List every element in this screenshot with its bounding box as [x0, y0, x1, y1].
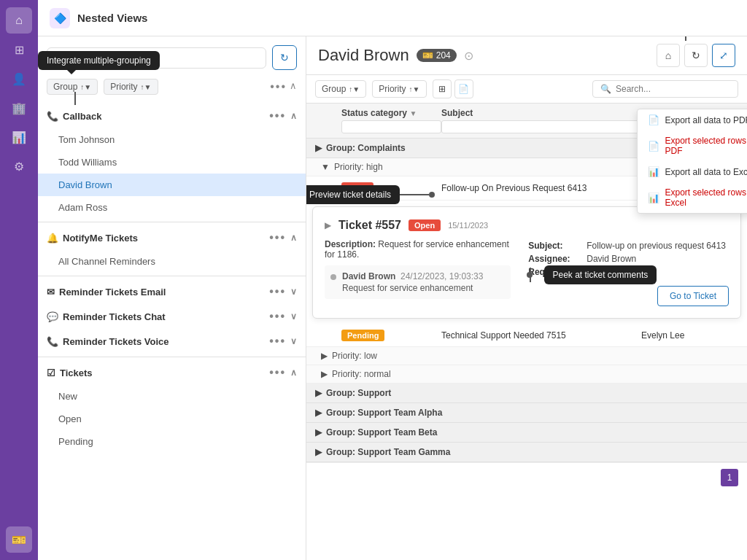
- group-filter-button[interactable]: Group ↑▼: [47, 79, 98, 95]
- comment-content: David Brown 24/12/2023, 19:03:33 Request…: [342, 271, 483, 293]
- export-pdf-sel-icon: 📄: [648, 141, 659, 152]
- main-search-box[interactable]: 🔍: [592, 80, 738, 98]
- subject-search-input[interactable]: [446, 122, 636, 131]
- main-search-input[interactable]: [616, 84, 730, 94]
- notifyme-icon: 🔔: [47, 233, 58, 244]
- main-search-icon: 🔍: [600, 84, 611, 94]
- peek-tooltip: Peek at ticket comments: [544, 265, 657, 284]
- preview-status-badge: Open: [409, 219, 441, 231]
- section-reminder-chat[interactable]: 💬 Reminder Tickets Chat ••• ∨: [38, 304, 306, 329]
- export-pdf-button[interactable]: 📄: [454, 79, 473, 98]
- export-all-pdf-item[interactable]: 📄 Export all data to PDF: [638, 109, 747, 131]
- priority-sort-icon: ↑▼: [141, 83, 152, 91]
- tickets-collapse-icon[interactable]: ∧: [290, 368, 297, 378]
- refresh-main-button[interactable]: ↻: [684, 44, 708, 67]
- reminder-email-icon: ✉: [47, 287, 55, 298]
- notifyme-more-button[interactable]: •••: [269, 231, 286, 244]
- grouping-toolbar: Integrate multiple-grouping Group ↑▼ Pri…: [38, 76, 306, 101]
- group-support-gamma[interactable]: ▶ Group: Support Team Gamma: [306, 443, 747, 462]
- sidebar-item-all-channel[interactable]: All Channel Reminders: [38, 250, 306, 273]
- sidebar-item-tom-johnson[interactable]: Tom Johnson: [38, 128, 306, 151]
- group-support-beta[interactable]: ▶ Group: Support Team Beta: [306, 423, 747, 443]
- page-number[interactable]: 1: [721, 469, 738, 486]
- reminder-voice-more-button[interactable]: •••: [269, 335, 286, 348]
- nav-gear-icon[interactable]: ⚙: [6, 153, 32, 179]
- reminder-voice-collapse-icon[interactable]: ∨: [290, 336, 297, 346]
- nav-grid-icon[interactable]: ⊞: [6, 36, 32, 63]
- list-toolbar: Group ↑▼ Priority ↑▼ ⊞ 📄 📄: [306, 75, 747, 104]
- export-selected-pdf-label: Export selected rows to PDF: [665, 136, 747, 156]
- columns-button[interactable]: ⊞: [433, 79, 452, 98]
- sidebar-item-open[interactable]: Open: [38, 408, 306, 430]
- group-gamma-expand: ▶: [315, 447, 322, 457]
- priority-low-label: Priority: low: [332, 351, 377, 361]
- reminder-chat-label: Reminder Tickets Chat: [63, 311, 166, 322]
- reminder-chat-more-button[interactable]: •••: [269, 310, 286, 323]
- status-filter-icon[interactable]: ▼: [409, 109, 417, 117]
- preview-expand-icon: ▶: [325, 220, 331, 230]
- export-dropdown: 📄 Export all data to PDF 📄 Export select…: [637, 109, 747, 214]
- priority-filter-button[interactable]: Priority ↑▼: [104, 79, 158, 95]
- list-group-label: Group: [322, 84, 346, 94]
- sidebar-item-pending[interactable]: Pending: [38, 430, 306, 453]
- section-reminder-voice[interactable]: 📞 Reminder Tickets Voice ••• ∨: [38, 329, 306, 354]
- list-priority-button[interactable]: Priority ↑▼: [372, 80, 426, 98]
- priority-normal-row[interactable]: ▶ Priority: normal: [306, 365, 747, 384]
- table-row[interactable]: Pending Technical Support Needed 7515 Ev…: [306, 324, 747, 347]
- priority-low-expand: ▶: [321, 351, 328, 361]
- tickets-more-button[interactable]: •••: [269, 366, 286, 379]
- list-group-button[interactable]: Group ↑▼: [315, 80, 366, 98]
- download-button[interactable]: ⤢: [712, 44, 735, 67]
- reminder-chat-collapse-icon[interactable]: ∨: [290, 311, 297, 322]
- nav-chart-icon[interactable]: 📊: [6, 124, 32, 150]
- export-excel-icon: 📊: [648, 166, 659, 177]
- sidebar-item-adam-ross[interactable]: Adam Ross: [38, 196, 306, 219]
- export-selected-excel-item[interactable]: 📊 Export selected rows to Excel: [638, 182, 747, 213]
- group-support-label: Group: Support: [326, 388, 391, 398]
- nav-users-icon[interactable]: 👤: [6, 66, 32, 92]
- export-all-pdf-label: Export all data to PDF: [665, 115, 747, 125]
- priority-low-row[interactable]: ▶ Priority: low: [306, 347, 747, 365]
- section-reminder-email[interactable]: ✉ Reminder Tickets Email ••• ∨: [38, 279, 306, 304]
- nav-ticket-icon[interactable]: 🎫: [6, 526, 32, 553]
- status-col-search[interactable]: [341, 120, 441, 133]
- assignee-meta-label: Assignee:: [525, 252, 584, 265]
- nav-home-icon[interactable]: ⌂: [6, 7, 32, 34]
- callback-more-button[interactable]: •••: [269, 109, 286, 122]
- preview-desc-text: Description: Request for service enhance…: [325, 239, 511, 260]
- sidebar-item-todd-williams[interactable]: Todd Williams: [38, 151, 306, 174]
- more-options-icon[interactable]: •••: [270, 80, 287, 93]
- preview-ticket-date: 15/11/2023: [448, 221, 488, 230]
- notifyme-collapse-icon[interactable]: ∧: [290, 233, 297, 243]
- section-callback[interactable]: 📞 Callback ••• ∧: [38, 104, 306, 128]
- nav-building-icon[interactable]: 🏢: [6, 95, 32, 121]
- go-to-ticket-button[interactable]: Go to Ticket: [657, 286, 729, 306]
- group-complaints-label: Group: Complaints: [326, 143, 406, 153]
- group-beta-expand: ▶: [315, 427, 322, 438]
- sidebar-refresh-button[interactable]: ↻: [272, 45, 297, 70]
- export-selected-pdf-item[interactable]: 📄 Export selected rows to PDF: [638, 131, 747, 161]
- group-beta-label: Group: Support Team Beta: [326, 427, 437, 438]
- notifyme-label: NotifyMe Tickets: [63, 233, 138, 244]
- export-all-excel-item[interactable]: 📊 Export all data to Excel: [638, 161, 747, 182]
- reminder-email-more-button[interactable]: •••: [269, 285, 286, 298]
- section-tickets[interactable]: ☑ Tickets ••• ∧: [38, 360, 306, 385]
- home-view-button[interactable]: ⌂: [657, 44, 680, 67]
- status-search-input[interactable]: [347, 122, 436, 131]
- section-notifyme[interactable]: 🔔 NotifyMe Tickets ••• ∧: [38, 225, 306, 250]
- left-navigation: ⌂ ⊞ 👤 🏢 📊 ⚙ 🎫: [0, 0, 38, 560]
- preview-details: Description: Request for service enhance…: [325, 239, 729, 306]
- subject-col-search[interactable]: [441, 120, 641, 133]
- ticket-icon-small: 🎫: [422, 50, 433, 61]
- group-support-alpha[interactable]: ▶ Group: Support Team Alpha: [306, 403, 747, 423]
- collapse-sidebar-icon[interactable]: ∧: [290, 80, 297, 93]
- integrate-tooltip: Integrate multiple-grouping: [38, 51, 160, 70]
- ticket-subject-cell: Follow-up On Previous Request 6413: [441, 183, 641, 193]
- callback-collapse-icon[interactable]: ∧: [290, 111, 297, 121]
- sidebar-item-new[interactable]: New: [38, 385, 306, 408]
- sidebar-item-david-brown[interactable]: David Brown: [38, 174, 306, 196]
- group-support[interactable]: ▶ Group: Support: [306, 384, 747, 403]
- group-alpha-expand: ▶: [315, 408, 322, 418]
- priority-high-label: Priority: high: [334, 162, 383, 172]
- reminder-email-collapse-icon[interactable]: ∨: [290, 287, 297, 297]
